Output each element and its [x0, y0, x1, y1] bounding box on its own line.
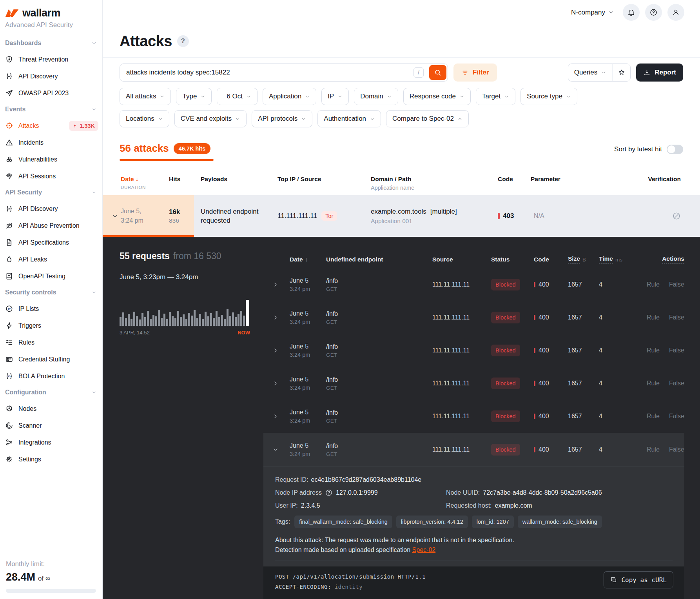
sidebar: wallarm Advanced API Security Dashboards…	[0, 0, 103, 599]
sidebar-item-api-sessions[interactable]: API Sessions	[0, 168, 102, 185]
rule-action[interactable]: Rule	[647, 413, 660, 420]
false-action[interactable]: False	[669, 413, 684, 420]
expand-request-icon[interactable]	[272, 347, 290, 354]
help-button[interactable]	[645, 4, 662, 21]
spec-link[interactable]: Spec-02	[412, 546, 436, 553]
false-action[interactable]: False	[669, 347, 684, 354]
filter-chip-cve-and-exploits[interactable]: CVE and exploits	[174, 110, 247, 127]
col-date[interactable]: Date ↓ DURATION	[121, 176, 169, 190]
sidebar-item-rules[interactable]: Rules	[0, 334, 102, 351]
search-input[interactable]	[120, 64, 448, 82]
rcol-code: Code	[534, 256, 568, 263]
filter-button[interactable]: Filter	[453, 64, 497, 82]
sidebar-item-api-specifications[interactable]: API Specifications	[0, 234, 102, 251]
attack-payload[interactable]: Undefined endpoint requested	[201, 207, 268, 225]
sidebar-item-api-leaks[interactable]: API Leaks	[0, 251, 102, 268]
rule-action[interactable]: Rule	[647, 281, 660, 288]
request-source[interactable]: 111.11.111.11	[432, 347, 491, 354]
search-button[interactable]	[429, 65, 446, 80]
expand-request-icon[interactable]	[272, 413, 290, 419]
filter-chip-ip[interactable]: IP	[321, 88, 349, 105]
filter-chip-source-type[interactable]: Source type	[520, 88, 577, 105]
attack-row[interactable]: June 5, 3:24 pm 16k836 Undefined endpoin…	[103, 195, 700, 237]
braces-check-icon	[5, 72, 13, 80]
filter-chip-type[interactable]: Type	[176, 88, 212, 105]
false-action[interactable]: False	[669, 446, 684, 453]
sidebar-section-security-controls[interactable]: Security controls	[0, 285, 102, 300]
sidebar-item-bola-protection[interactable]: IDBOLA Protection	[0, 368, 102, 385]
sidebar-section-api-security[interactable]: API Security	[0, 185, 102, 200]
request-row[interactable]: June 53:24 pm/infoGET111.11.111.11Blocke…	[263, 268, 684, 301]
sidebar-section-dashboards[interactable]: Dashboards	[0, 35, 102, 51]
filter-chip-all-attacks[interactable]: All attacks	[120, 88, 171, 105]
rule-action[interactable]: Rule	[647, 347, 660, 354]
node-ip-help-icon[interactable]	[325, 489, 333, 497]
request-row[interactable]: June 53:24 pm/infoGET111.11.111.11Blocke…	[263, 334, 684, 367]
request-source[interactable]: 111.11.111.11	[432, 380, 491, 387]
report-button[interactable]: Report	[636, 64, 683, 82]
rule-action[interactable]: Rule	[647, 314, 660, 321]
filter-chip-response-code[interactable]: Response code	[403, 88, 471, 105]
sidebar-item-ip-lists[interactable]: IPIP Lists	[0, 300, 102, 317]
rule-action[interactable]: Rule	[647, 380, 660, 387]
requests-histogram[interactable]	[120, 297, 250, 326]
collapse-row-icon[interactable]	[112, 213, 121, 220]
sidebar-item-api-discovery[interactable]: API Discovery	[0, 200, 102, 217]
false-action[interactable]: False	[669, 281, 684, 288]
request-row[interactable]: June 53:24 pm/infoGET111.11.111.11Blocke…	[263, 400, 684, 433]
sidebar-item-api-discovery[interactable]: API Discovery	[0, 68, 102, 85]
filter-chip-domain[interactable]: Domain	[354, 88, 398, 105]
sidebar-item-nodes[interactable]: Nodes	[0, 400, 102, 417]
request-row[interactable]: June 53:24 pm/infoGET111.11.111.11Blocke…	[263, 367, 684, 400]
false-action[interactable]: False	[669, 380, 684, 387]
filter-chip-application[interactable]: Application	[263, 88, 316, 105]
rule-action[interactable]: Rule	[647, 446, 660, 453]
expand-request-icon[interactable]	[272, 380, 290, 387]
request-source[interactable]: 111.11.111.11	[432, 314, 491, 321]
filter-chip-api-protocols[interactable]: API protocols	[252, 110, 312, 127]
rcol-date[interactable]: Date↓	[290, 256, 326, 263]
col-hits[interactable]: Hits	[169, 176, 201, 183]
sidebar-item-scanner[interactable]: Scanner	[0, 417, 102, 434]
sidebar-item-api-abuse-prevention[interactable]: API Abuse Prevention	[0, 217, 102, 234]
page-help-icon[interactable]: ?	[177, 35, 189, 47]
sidebar-item-integrations[interactable]: Integrations	[0, 434, 102, 451]
sort-toggle[interactable]	[667, 145, 683, 154]
sidebar-section-configuration[interactable]: Configuration	[0, 385, 102, 400]
sidebar-section-label: API Security	[5, 189, 42, 196]
request-source[interactable]: 111.11.111.11	[432, 413, 491, 420]
filter-chip-6-oct[interactable]: 6 Oct	[217, 88, 258, 105]
collapse-request-icon[interactable]	[272, 447, 290, 453]
request-row[interactable]: June 53:24 pm/infoGET111.11.111.11Blocke…	[263, 301, 684, 334]
sidebar-item-credential-stuffing[interactable]: Credential Stuffing	[0, 351, 102, 368]
sidebar-section-events[interactable]: Events	[0, 102, 102, 117]
false-action[interactable]: False	[669, 314, 684, 321]
expand-request-icon[interactable]	[272, 281, 290, 288]
notifications-button[interactable]	[623, 4, 640, 21]
request-row[interactable]: June 53:24 pm/infoGET111.11.111.11Blocke…	[263, 433, 684, 466]
histogram-bar	[163, 314, 165, 326]
rcol-size[interactable]: SizeB	[568, 255, 599, 264]
queries-button[interactable]: Queries	[568, 64, 613, 81]
filter-chip-authentication[interactable]: Authentication	[317, 110, 381, 127]
sidebar-item-triggers[interactable]: Triggers	[0, 317, 102, 334]
filter-chip-target[interactable]: Target	[476, 88, 515, 105]
search-icon	[434, 69, 442, 76]
sidebar-item-owasp-api-2023[interactable]: OWASP API 2023	[0, 85, 102, 102]
sidebar-item-threat-prevention[interactable]: Threat Prevention	[0, 51, 102, 68]
favorite-query-button[interactable]	[612, 64, 630, 81]
request-source[interactable]: 111.11.111.11	[432, 281, 491, 288]
sidebar-item-openapi-testing[interactable]: OpenAPI Testing	[0, 268, 102, 285]
sidebar-item-incidents[interactable]: Incidents	[0, 134, 102, 151]
sidebar-item-attacks[interactable]: Attacks1.33K	[0, 117, 102, 134]
copy-as-curl-button[interactable]: Copy as cURL	[604, 571, 673, 588]
expand-request-icon[interactable]	[272, 314, 290, 321]
account-button[interactable]	[667, 4, 684, 21]
filter-chip-locations[interactable]: Locations	[120, 110, 169, 127]
rcol-time[interactable]: Timems	[599, 255, 630, 264]
request-source[interactable]: 111.11.111.11	[432, 446, 491, 453]
sidebar-item-settings[interactable]: Settings	[0, 451, 102, 468]
filter-chip-compare-to-spec-02[interactable]: Compare to Spec-02	[386, 110, 469, 127]
sidebar-item-vulnerabilities[interactable]: Vulnerabilities	[0, 151, 102, 168]
company-selector[interactable]: N-company	[571, 9, 614, 16]
